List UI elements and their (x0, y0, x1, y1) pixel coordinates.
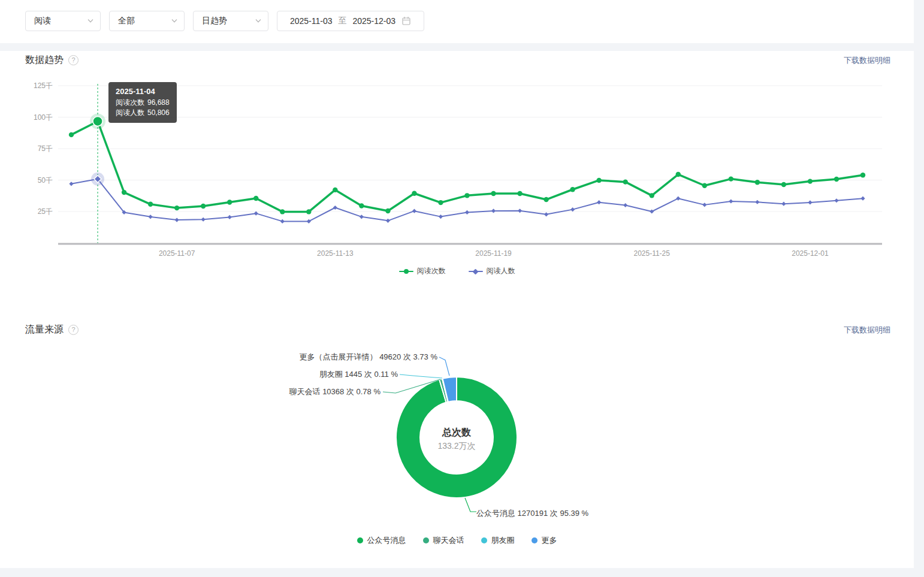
y-tick-label: 25千 (38, 207, 53, 216)
legend-item-official-message[interactable]: 公众号消息 (357, 535, 406, 546)
reads-point (227, 200, 232, 204)
legend-more-label: 更多 (542, 535, 557, 546)
readers-point (860, 197, 865, 201)
reads-point (333, 188, 337, 192)
legend-chat-session-label: 聊天会话 (433, 535, 464, 546)
readers-point (729, 199, 733, 203)
readers-point (834, 198, 838, 203)
readers-point (280, 219, 285, 223)
readers-line (71, 179, 863, 222)
tooltip-reads-label: 阅读次数 (116, 98, 144, 107)
reads-point (676, 172, 681, 177)
readers-point (623, 203, 627, 207)
readers-point (570, 207, 575, 212)
x-tick-label: 2025-11-25 (633, 249, 670, 258)
readers-point (808, 200, 812, 204)
readers-line-marker-icon (469, 269, 483, 274)
pie-leader-official-message (465, 498, 476, 512)
metric-select-value: 阅读 (34, 16, 51, 26)
date-range-picker[interactable]: 2025-11-03 至 2025-12-03 (277, 11, 424, 31)
reads-point (570, 187, 575, 192)
filter-toolbar: 阅读 全部 日趋势 2025-11-03 至 2025-12-03 (0, 0, 914, 43)
reads-point (306, 209, 311, 214)
reads-point (650, 193, 654, 198)
y-tick-label: 100千 (34, 113, 53, 122)
readers-point (597, 200, 601, 204)
readers-point (386, 219, 390, 223)
readers-point (307, 219, 311, 223)
legend-item-reads[interactable]: 阅读次数 (399, 266, 446, 276)
legend-moments-label: 朋友圈 (491, 535, 515, 546)
reads-point (148, 202, 153, 207)
scope-select[interactable]: 全部 (109, 11, 185, 31)
reads-point (808, 179, 813, 183)
date-range-start: 2025-11-03 (290, 16, 333, 26)
reads-point (729, 176, 733, 181)
legend-readers-label: 阅读人数 (487, 266, 515, 276)
reads-point (702, 183, 707, 188)
legend-item-moments[interactable]: 朋友圈 (481, 535, 515, 546)
readers-point (412, 209, 416, 213)
page-background-strip (0, 568, 914, 577)
chevron-down-icon (87, 19, 93, 23)
reads-point (359, 203, 364, 208)
metric-select[interactable]: 阅读 (25, 11, 101, 31)
readers-point (518, 209, 522, 213)
readers-point (755, 200, 759, 204)
moments-dot-icon (481, 537, 487, 543)
readers-point (650, 209, 654, 213)
reads-point (596, 178, 601, 183)
date-range-separator: 至 (338, 16, 346, 26)
legend-item-more[interactable]: 更多 (532, 535, 557, 546)
tooltip-readers-label: 阅读人数 (116, 108, 144, 117)
reads-point (69, 132, 74, 137)
y-tick-label: 125千 (34, 81, 53, 90)
reads-highlight-point (93, 116, 102, 126)
readers-point (69, 182, 73, 186)
reads-point (491, 191, 496, 196)
calendar-icon (401, 16, 411, 26)
more-dot-icon (532, 537, 538, 543)
reads-point (623, 179, 628, 184)
source-help-icon[interactable]: ? (68, 325, 78, 335)
pie-leader-more (439, 357, 449, 376)
reads-point (201, 204, 206, 209)
legend-item-readers[interactable]: 阅读人数 (469, 266, 515, 276)
chevron-down-icon (171, 19, 177, 23)
tooltip-row-reads: 阅读次数96,688 (116, 98, 170, 108)
readers-point (333, 206, 337, 210)
readers-point (201, 217, 206, 222)
pie-center-title: 总次数 (397, 427, 517, 439)
granularity-select[interactable]: 日趋势 (193, 11, 268, 31)
readers-point (254, 212, 258, 216)
reads-point (253, 196, 258, 201)
section-divider (0, 43, 914, 51)
reads-line-marker-icon (399, 269, 413, 274)
legend-reads-label: 阅读次数 (417, 266, 446, 276)
reads-point (385, 209, 390, 213)
tooltip-readers-value: 50,806 (147, 108, 170, 117)
pie-label-chat-session: 聊天会话 10368 次 0.78 % (198, 386, 381, 397)
reads-point (834, 177, 839, 182)
readers-point (491, 209, 496, 213)
readers-point (175, 217, 179, 222)
source-download-link[interactable]: 下载数据明细 (835, 325, 890, 336)
trend-help-icon[interactable]: ? (68, 55, 78, 65)
pie-label-more[interactable]: 更多（点击展开详情） 49620 次 3.73 % (198, 352, 437, 362)
reads-point (860, 173, 865, 177)
trend-download-link[interactable]: 下载数据明细 (835, 55, 890, 66)
readers-point (465, 210, 469, 215)
x-tick-label: 2025-11-19 (475, 249, 512, 258)
readers-point (781, 202, 786, 206)
x-tick-label: 2025-12-01 (792, 249, 829, 258)
pie-center-value: 133.2万次 (397, 441, 517, 452)
legend-item-chat-session[interactable]: 聊天会话 (423, 535, 464, 546)
readers-point (702, 203, 706, 207)
reads-point (517, 191, 522, 196)
readers-point (544, 212, 548, 216)
scope-select-value: 全部 (118, 16, 135, 26)
reads-point (280, 209, 285, 214)
y-tick-label: 50千 (38, 176, 53, 185)
date-range-end: 2025-12-03 (352, 16, 395, 26)
reads-point (464, 193, 469, 198)
